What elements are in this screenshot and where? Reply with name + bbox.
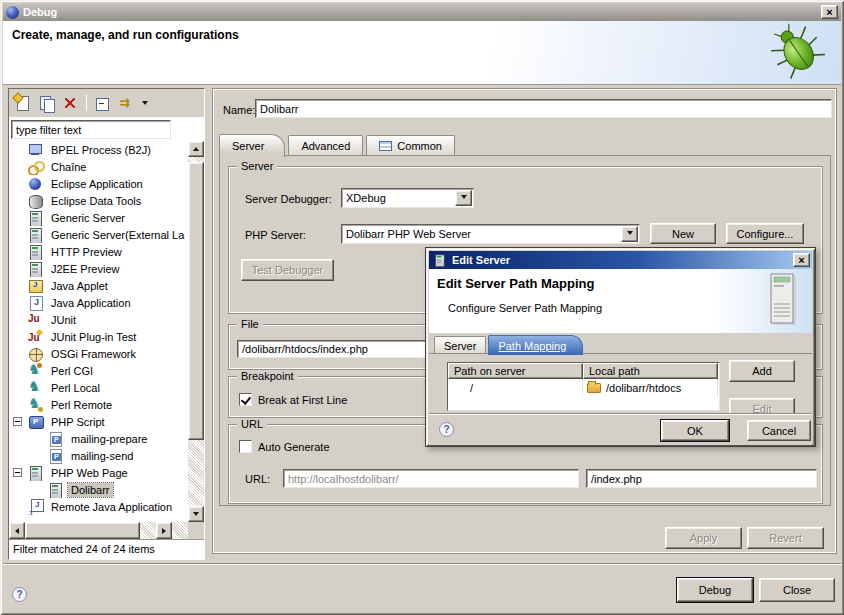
configuration-name-input[interactable] <box>255 99 832 118</box>
footer-separator <box>3 563 841 565</box>
dialog-close-button[interactable]: × <box>793 253 810 267</box>
tree-item-j2ee-preview[interactable]: J2EE Preview <box>9 260 204 277</box>
php-server-select[interactable]: Dolibarr PHP Web Server <box>341 224 640 244</box>
process-icon <box>27 142 44 158</box>
tree-item-generic-server-external[interactable]: Generic Server(External La <box>9 226 204 243</box>
edit-mapping-button: Edit <box>729 398 795 413</box>
tree-item-dolibarr[interactable]: Dolibarr <box>9 481 204 498</box>
perl-camel-icon <box>27 363 44 379</box>
header-banner: Create, manage, and run configurations <box>3 21 841 85</box>
ok-button[interactable]: OK <box>661 420 729 441</box>
collapse-toggle-icon[interactable] <box>13 417 22 426</box>
dropdown-arrow-icon[interactable] <box>455 190 472 206</box>
auto-generate-checkbox[interactable] <box>239 440 252 453</box>
tree-item-http-preview[interactable]: HTTP Preview <box>9 243 204 260</box>
junit-icon <box>27 312 44 328</box>
debug-window: { "window": { "title": "Debug", "heading… <box>0 0 844 615</box>
new-server-button[interactable]: New <box>650 223 716 244</box>
table-row[interactable]: / /dolibarr/htdocs <box>448 379 719 396</box>
help-icon[interactable]: ? <box>12 587 27 602</box>
tree-horizontal-scrollbar[interactable] <box>9 522 204 539</box>
scroll-left-button[interactable] <box>9 522 25 539</box>
tree-item-mailing-prepare[interactable]: mailing-prepare <box>9 430 204 447</box>
toolbar-menu-chevron-icon[interactable] <box>142 101 148 108</box>
server-debugger-select[interactable]: XDebug <box>341 188 474 208</box>
tree-item-bpel-process[interactable]: BPEL Process (B2J) <box>9 141 204 158</box>
local-path-cell: /dolibarr/htdocs <box>583 379 718 396</box>
new-configuration-icon[interactable] <box>14 95 31 112</box>
collapse-toggle-icon[interactable] <box>13 468 22 477</box>
perl-camel-icon <box>27 380 44 396</box>
tab-server[interactable]: Server <box>219 134 285 157</box>
add-mapping-button[interactable]: Add <box>729 360 795 382</box>
scrollbar-thumb[interactable] <box>188 162 204 440</box>
tree-item-junit[interactable]: JUnit <box>9 311 204 328</box>
tree-item-perl-local[interactable]: Perl Local <box>9 379 204 396</box>
close-button[interactable]: Close <box>759 578 835 602</box>
edit-server-dialog: Edit Server × Edit Server Path Mapping C… <box>425 247 816 447</box>
eclipse-icon <box>6 6 19 19</box>
filter-input[interactable] <box>11 120 171 139</box>
tree-item-java-applet[interactable]: Java Applet <box>9 277 204 294</box>
break-first-line-label: Break at First Line <box>258 394 347 406</box>
filter-launch-icon[interactable] <box>118 95 135 112</box>
tab-common[interactable]: Common <box>366 135 455 156</box>
tree-toolbar <box>9 89 204 117</box>
base-url-input <box>283 469 579 488</box>
tree-item-php-script[interactable]: PHP Script <box>9 413 204 430</box>
auto-generate-row: Auto Generate <box>239 440 330 453</box>
tree-item-perl-remote[interactable]: Perl Remote <box>9 396 204 413</box>
tree-item-chaine[interactable]: Chaîne <box>9 158 204 175</box>
server-icon <box>27 244 44 260</box>
cancel-button[interactable]: Cancel <box>747 420 811 441</box>
empty-table-row <box>448 396 719 410</box>
window-close-button[interactable]: × <box>821 5 838 19</box>
scroll-down-button[interactable] <box>188 506 204 522</box>
tree-item-junit-plugin-test[interactable]: JUnit Plug-in Test <box>9 328 204 345</box>
server-icon <box>27 261 44 277</box>
dialog-tab-path-mapping[interactable]: Path Mapping <box>488 335 583 355</box>
dropdown-arrow-icon[interactable] <box>621 226 638 242</box>
server-path-cell: / <box>448 379 583 396</box>
break-first-line-checkbox[interactable] <box>239 393 252 406</box>
tree-item-generic-server[interactable]: Generic Server <box>9 209 204 226</box>
folder-icon <box>587 383 601 393</box>
server-icon <box>27 227 44 243</box>
collapse-all-icon[interactable] <box>94 95 111 112</box>
column-header-path-on-server[interactable]: Path on server <box>448 363 583 379</box>
chain-icon <box>27 159 44 175</box>
server-tower-icon <box>768 273 800 328</box>
configure-server-button[interactable]: Configure... <box>726 223 804 244</box>
scrollbar-thumb[interactable] <box>25 522 140 539</box>
test-debugger-button: Test Debugger <box>241 259 334 281</box>
applet-icon <box>27 278 44 294</box>
path-mapping-table: Path on server Local path / /dolibarr/ht… <box>447 362 720 411</box>
debug-bug-icon <box>769 23 825 79</box>
tab-advanced[interactable]: Advanced <box>288 135 363 156</box>
scroll-up-button[interactable] <box>188 141 204 157</box>
tree-item-java-application[interactable]: Java Application <box>9 294 204 311</box>
tree-item-eclipse-data-tools[interactable]: Eclipse Data Tools <box>9 192 204 209</box>
column-header-local-path[interactable]: Local path <box>583 363 718 379</box>
tree-item-perl-cgi[interactable]: Perl CGI <box>9 362 204 379</box>
scroll-right-button[interactable] <box>156 522 172 539</box>
duplicate-configuration-icon[interactable] <box>38 95 55 112</box>
tree-panel: BPEL Process (B2J) Chaîne Eclipse Applic… <box>9 117 204 559</box>
configuration-tree: BPEL Process (B2J) Chaîne Eclipse Applic… <box>9 141 204 522</box>
breakpoint-group-legend: Breakpoint <box>237 370 298 382</box>
server-icon <box>27 210 44 226</box>
tree-item-osgi-framework[interactable]: OSGi Framework <box>9 345 204 362</box>
dialog-heading: Edit Server Path Mapping <box>437 276 594 291</box>
tree-vertical-scrollbar[interactable] <box>188 141 204 522</box>
osgi-target-icon <box>27 346 44 362</box>
tree-item-remote-java-application[interactable]: Remote Java Application <box>9 498 204 515</box>
php-file-icon <box>47 431 64 447</box>
dialog-help-icon[interactable]: ? <box>439 422 454 437</box>
delete-configuration-icon[interactable] <box>62 95 79 112</box>
dialog-tab-server[interactable]: Server <box>434 336 486 354</box>
debug-button[interactable]: Debug <box>677 578 753 602</box>
url-path-input[interactable] <box>586 469 817 488</box>
tree-item-php-web-page[interactable]: PHP Web Page <box>9 464 204 481</box>
tree-item-mailing-send[interactable]: mailing-send <box>9 447 204 464</box>
tree-item-eclipse-application[interactable]: Eclipse Application <box>9 175 204 192</box>
